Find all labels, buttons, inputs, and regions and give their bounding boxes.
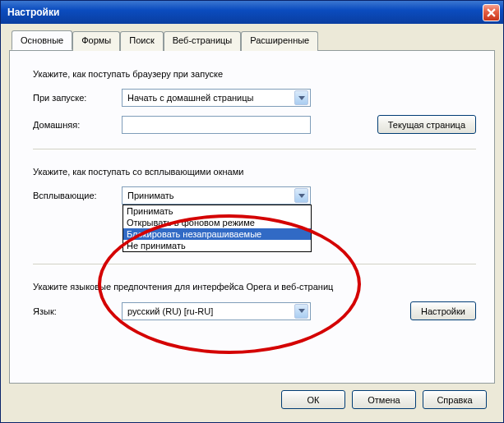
dropdown-button[interactable] xyxy=(294,188,308,203)
popups-select[interactable]: Принимать Принимать Открывать в фоновом … xyxy=(122,186,311,205)
popups-value: Принимать xyxy=(127,191,294,200)
tab-label: Расширенные xyxy=(250,35,309,45)
popups-heading: Укажите, как поступать со всплывающими о… xyxy=(33,167,476,177)
client-area: Основные Формы Поиск Веб-страницы Расшир… xyxy=(1,24,503,422)
dropdown-button[interactable] xyxy=(294,304,308,319)
chevron-down-icon xyxy=(298,309,305,313)
homepage-label: Домашняя: xyxy=(33,120,122,130)
homepage-input[interactable] xyxy=(122,116,311,134)
ok-button[interactable]: ОК xyxy=(281,390,345,409)
language-label: Язык: xyxy=(33,306,122,316)
language-heading: Укажите языковые предпочтения для интерф… xyxy=(33,282,476,292)
tab-label: Формы xyxy=(81,35,111,45)
on-start-label: При запуске: xyxy=(33,93,122,103)
language-value: русский (RU) [ru-RU] xyxy=(127,306,294,316)
tab-webpages[interactable]: Веб-страницы xyxy=(164,31,242,51)
divider xyxy=(33,149,476,150)
close-button[interactable] xyxy=(483,4,500,21)
popups-row: Всплывающие: Принимать Принимать Открыва… xyxy=(33,186,476,205)
chevron-down-icon xyxy=(298,96,305,100)
chevron-down-icon xyxy=(298,194,305,198)
tab-panel-main: Укажите, как поступать браузеру при запу… xyxy=(9,50,495,384)
language-row: Язык: русский (RU) [ru-RU] Настройки xyxy=(33,301,476,320)
title-bar[interactable]: Настройки xyxy=(1,1,503,24)
tab-label: Основные xyxy=(21,35,63,45)
popups-option[interactable]: Блокировать незапрашиваемые xyxy=(123,228,311,240)
on-start-select[interactable]: Начать с домашней страницы xyxy=(122,89,311,107)
startup-heading: Укажите, как поступать браузеру при запу… xyxy=(33,69,476,79)
homepage-row: Домашняя: Текущая страница xyxy=(33,115,476,134)
on-start-row: При запуске: Начать с домашней страницы xyxy=(33,89,476,107)
cancel-button[interactable]: Отмена xyxy=(352,390,416,409)
popups-option[interactable]: Открывать в фоновом режиме xyxy=(123,217,311,228)
tab-advanced[interactable]: Расширенные xyxy=(241,31,318,51)
divider xyxy=(33,264,476,265)
tab-label: Веб-страницы xyxy=(173,35,233,45)
popups-dropdown-list[interactable]: Принимать Открывать в фоновом режиме Бло… xyxy=(123,205,312,252)
close-icon xyxy=(487,8,496,17)
popups-label: Всплывающие: xyxy=(33,191,122,200)
current-page-button[interactable]: Текущая страница xyxy=(377,115,476,134)
tab-forms[interactable]: Формы xyxy=(72,31,120,51)
settings-window: Настройки Основные Формы Поиск Веб-стран… xyxy=(0,0,504,423)
tab-label: Поиск xyxy=(129,35,154,45)
window-title: Настройки xyxy=(7,7,483,18)
language-select[interactable]: русский (RU) [ru-RU] xyxy=(122,302,311,320)
language-settings-button[interactable]: Настройки xyxy=(410,301,476,320)
on-start-value: Начать с домашней страницы xyxy=(127,93,294,103)
tab-strip: Основные Формы Поиск Веб-страницы Расшир… xyxy=(12,30,495,50)
dialog-footer: ОК Отмена Справка xyxy=(9,384,495,417)
help-button[interactable]: Справка xyxy=(423,390,487,409)
popups-option[interactable]: Не принимать xyxy=(123,240,311,251)
tab-main[interactable]: Основные xyxy=(12,30,72,50)
popups-option[interactable]: Принимать xyxy=(123,205,311,217)
tab-search[interactable]: Поиск xyxy=(120,31,163,51)
dropdown-button[interactable] xyxy=(294,90,308,105)
